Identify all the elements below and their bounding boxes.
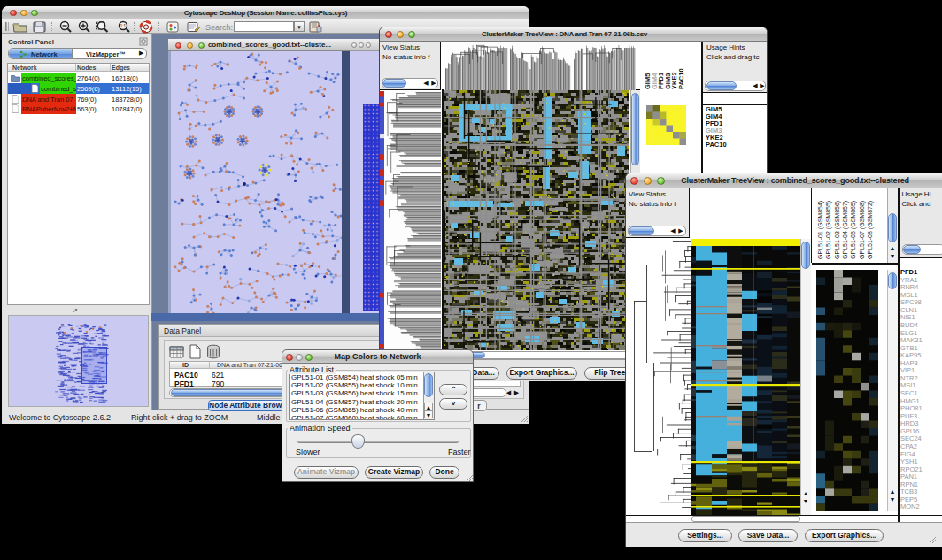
svg-text:1:1: 1:1 (120, 24, 127, 28)
